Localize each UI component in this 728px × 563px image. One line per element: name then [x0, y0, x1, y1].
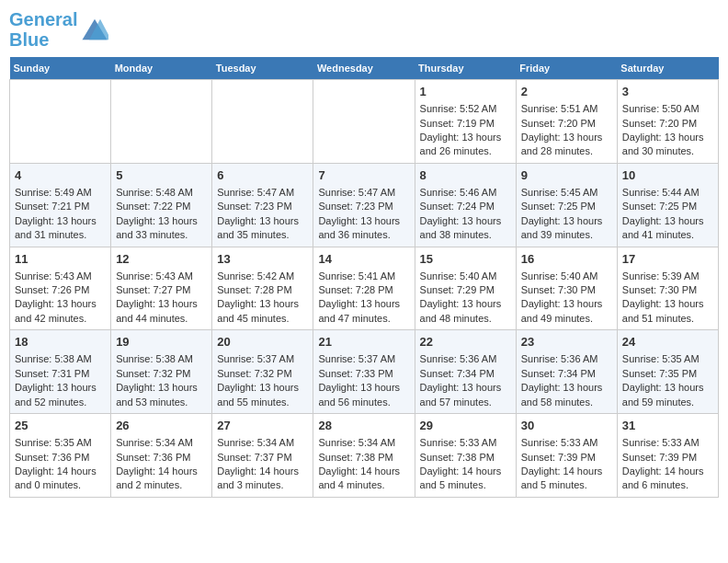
- day-info: and 51 minutes.: [622, 312, 713, 326]
- day-number: 19: [116, 334, 207, 350]
- day-info: Sunrise: 5:49 AM: [15, 186, 106, 200]
- day-number: 9: [521, 167, 612, 184]
- weekday-header-friday: Friday: [516, 57, 617, 80]
- day-info: Daylight: 13 hours: [622, 214, 713, 228]
- day-info: and 0 minutes.: [15, 478, 106, 492]
- calendar-cell: 11Sunrise: 5:43 AMSunset: 7:26 PMDayligh…: [10, 247, 111, 330]
- day-info: Sunrise: 5:52 AM: [420, 102, 511, 116]
- day-info: and 53 minutes.: [116, 396, 207, 409]
- day-info: Sunrise: 5:39 AM: [622, 270, 713, 283]
- day-number: 17: [622, 251, 713, 268]
- calendar-cell: 2Sunrise: 5:51 AMSunset: 7:20 PMDaylight…: [516, 80, 617, 164]
- weekday-header-thursday: Thursday: [415, 57, 516, 80]
- day-info: and 44 minutes.: [116, 312, 207, 326]
- day-number: 3: [622, 84, 713, 100]
- day-info: and 42 minutes.: [15, 312, 106, 326]
- day-info: Sunset: 7:34 PM: [521, 367, 612, 381]
- calendar-cell: 28Sunrise: 5:34 AMSunset: 7:38 PMDayligh…: [313, 414, 415, 498]
- calendar-cell: 17Sunrise: 5:39 AMSunset: 7:30 PMDayligh…: [617, 247, 718, 330]
- day-info: Sunset: 7:31 PM: [15, 367, 106, 381]
- day-info: Sunrise: 5:33 AM: [521, 436, 612, 450]
- day-number: 12: [116, 251, 207, 268]
- day-info: Sunset: 7:28 PM: [217, 283, 308, 297]
- calendar-cell: 1Sunrise: 5:52 AMSunset: 7:19 PMDaylight…: [415, 80, 516, 164]
- weekday-header-wednesday: Wednesday: [313, 57, 415, 80]
- weekday-header-sunday: Sunday: [10, 57, 111, 80]
- day-number: 22: [420, 334, 511, 350]
- day-info: Sunrise: 5:43 AM: [116, 270, 207, 283]
- day-info: Sunset: 7:24 PM: [420, 200, 511, 213]
- day-info: Sunset: 7:25 PM: [622, 200, 713, 213]
- day-info: Sunset: 7:32 PM: [116, 367, 207, 381]
- day-number: 21: [318, 334, 409, 350]
- day-info: Daylight: 13 hours: [318, 381, 409, 395]
- calendar-cell: 5Sunrise: 5:48 AMSunset: 7:22 PMDaylight…: [111, 163, 212, 247]
- day-info: and 26 minutes.: [420, 144, 511, 158]
- day-info: and 56 minutes.: [318, 396, 409, 409]
- calendar-cell: 25Sunrise: 5:35 AMSunset: 7:36 PMDayligh…: [10, 414, 111, 498]
- day-info: Sunrise: 5:38 AM: [116, 352, 207, 366]
- day-info: Sunrise: 5:33 AM: [420, 436, 511, 450]
- day-info: Sunset: 7:29 PM: [420, 283, 511, 297]
- day-number: 10: [622, 167, 713, 184]
- day-info: Sunrise: 5:40 AM: [521, 270, 612, 283]
- day-info: Daylight: 14 hours: [622, 465, 713, 478]
- day-info: Sunset: 7:26 PM: [15, 283, 106, 297]
- calendar-cell: 15Sunrise: 5:40 AMSunset: 7:29 PMDayligh…: [415, 247, 516, 330]
- day-info: Sunset: 7:28 PM: [318, 283, 409, 297]
- day-number: 28: [318, 418, 409, 434]
- day-info: and 33 minutes.: [116, 228, 207, 242]
- day-info: Daylight: 14 hours: [15, 465, 106, 478]
- day-info: Sunrise: 5:46 AM: [420, 186, 511, 200]
- day-number: 23: [521, 334, 612, 350]
- day-number: 27: [217, 418, 308, 434]
- calendar-cell: 12Sunrise: 5:43 AMSunset: 7:27 PMDayligh…: [111, 247, 212, 330]
- day-info: and 59 minutes.: [622, 396, 713, 409]
- day-info: and 38 minutes.: [420, 228, 511, 242]
- calendar-table: SundayMondayTuesdayWednesdayThursdayFrid…: [9, 57, 719, 498]
- day-number: 7: [318, 167, 409, 184]
- day-info: Sunset: 7:38 PM: [318, 451, 409, 465]
- day-number: 14: [318, 251, 409, 268]
- day-info: Daylight: 13 hours: [521, 381, 612, 395]
- day-info: Sunrise: 5:41 AM: [318, 270, 409, 283]
- day-info: and 48 minutes.: [420, 312, 511, 326]
- day-info: and 35 minutes.: [217, 228, 308, 242]
- calendar-cell: 14Sunrise: 5:41 AMSunset: 7:28 PMDayligh…: [313, 247, 415, 330]
- day-info: Daylight: 13 hours: [622, 131, 713, 144]
- day-info: Daylight: 13 hours: [622, 381, 713, 395]
- day-number: 2: [521, 84, 612, 100]
- day-info: and 49 minutes.: [521, 312, 612, 326]
- day-number: 31: [622, 418, 713, 434]
- calendar-cell: 3Sunrise: 5:50 AMSunset: 7:20 PMDaylight…: [617, 80, 718, 164]
- day-info: Sunrise: 5:43 AM: [15, 270, 106, 283]
- day-info: Daylight: 13 hours: [217, 297, 308, 311]
- day-number: 11: [15, 251, 106, 268]
- day-info: Daylight: 13 hours: [15, 214, 106, 228]
- day-number: 16: [521, 251, 612, 268]
- calendar-cell: 24Sunrise: 5:35 AMSunset: 7:35 PMDayligh…: [617, 330, 718, 414]
- calendar-cell: 19Sunrise: 5:38 AMSunset: 7:32 PMDayligh…: [111, 330, 212, 414]
- day-info: Sunrise: 5:35 AM: [622, 352, 713, 366]
- day-number: 29: [420, 418, 511, 434]
- day-info: Sunrise: 5:33 AM: [622, 436, 713, 450]
- day-info: Daylight: 13 hours: [521, 214, 612, 228]
- day-number: 30: [521, 418, 612, 434]
- day-info: and 55 minutes.: [217, 396, 308, 409]
- day-info: Daylight: 13 hours: [420, 214, 511, 228]
- day-info: Daylight: 13 hours: [521, 297, 612, 311]
- day-info: Sunrise: 5:34 AM: [116, 436, 207, 450]
- day-info: Daylight: 13 hours: [217, 381, 308, 395]
- day-info: Sunrise: 5:40 AM: [420, 270, 511, 283]
- day-number: 20: [217, 334, 308, 350]
- day-info: Sunset: 7:23 PM: [217, 200, 308, 213]
- weekday-header-tuesday: Tuesday: [212, 57, 313, 80]
- day-info: and 36 minutes.: [318, 228, 409, 242]
- calendar-cell: 16Sunrise: 5:40 AMSunset: 7:30 PMDayligh…: [516, 247, 617, 330]
- calendar-cell: 22Sunrise: 5:36 AMSunset: 7:34 PMDayligh…: [415, 330, 516, 414]
- day-info: Sunset: 7:22 PM: [116, 200, 207, 213]
- day-info: Sunrise: 5:36 AM: [521, 352, 612, 366]
- day-info: and 4 minutes.: [318, 478, 409, 492]
- day-info: Sunset: 7:20 PM: [622, 117, 713, 131]
- day-number: 5: [116, 167, 207, 184]
